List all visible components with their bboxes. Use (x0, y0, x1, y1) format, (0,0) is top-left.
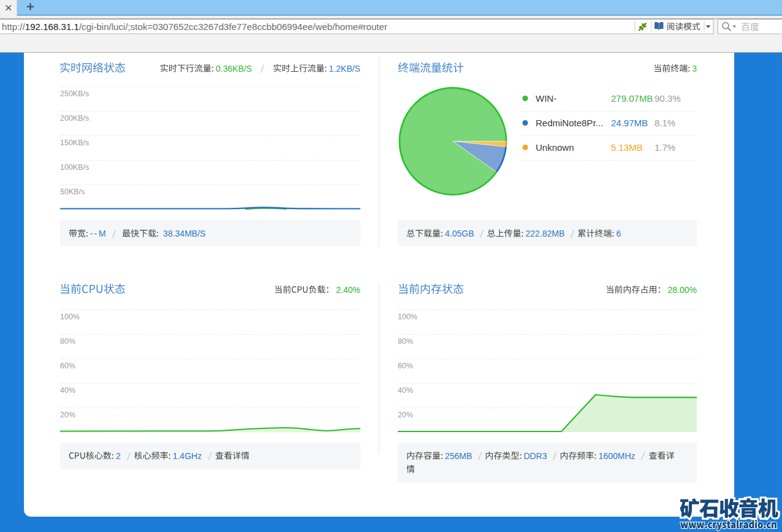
svg-text:1.4GHz: 1.4GHz (173, 451, 202, 461)
svg-text:200KB/s: 200KB/s (60, 114, 89, 123)
svg-text:90.3%: 90.3% (655, 93, 681, 104)
svg-text:1600MHz: 1600MHz (599, 451, 636, 461)
svg-text:0.36KB/S: 0.36KB/S (216, 64, 252, 74)
svg-text:38.34MB/S: 38.34MB/S (163, 229, 205, 238)
svg-text:1.7%: 1.7% (655, 142, 675, 153)
svg-text:150KB/s: 150KB/s (60, 139, 89, 147)
svg-text:192.168.31.1: 192.168.31.1 (25, 21, 79, 32)
svg-text:279.07MB: 279.07MB (611, 93, 653, 104)
svg-text:M: M (99, 229, 106, 238)
svg-text:2.40%: 2.40% (336, 285, 360, 295)
svg-text:1.2KB/S: 1.2KB/S (329, 64, 360, 74)
svg-text:6: 6 (616, 229, 621, 238)
svg-text:24.97MB: 24.97MB (611, 118, 648, 128)
svg-text:-: - (94, 229, 97, 238)
svg-text:2: 2 (116, 451, 121, 461)
svg-text:-: - (90, 229, 93, 238)
svg-text:4.05GB: 4.05GB (445, 229, 474, 238)
svg-text:/cgi-bin/luci/;stok=0307652cc3: /cgi-bin/luci/;stok=0307652cc3267d3fe77e… (79, 21, 387, 32)
svg-text:100KB/s: 100KB/s (60, 163, 89, 172)
svg-text:8.1%: 8.1% (655, 118, 675, 128)
svg-text:222.82MB: 222.82MB (526, 229, 565, 238)
svg-text:60%: 60% (60, 362, 75, 370)
svg-text:WIN-: WIN- (536, 93, 556, 104)
svg-text:80%: 80% (398, 337, 413, 346)
svg-text:40%: 40% (398, 386, 413, 395)
svg-text:5.13MB: 5.13MB (611, 142, 643, 153)
svg-text:RedmiNote8Pr...: RedmiNote8Pr... (536, 118, 603, 128)
svg-text:60%: 60% (398, 362, 413, 370)
svg-text:256MB: 256MB (445, 451, 472, 461)
svg-text:28.00%: 28.00% (668, 285, 697, 295)
svg-text:20%: 20% (398, 411, 413, 419)
svg-text:20%: 20% (60, 411, 75, 419)
svg-text:http://: http:// (2, 21, 26, 32)
svg-text:3: 3 (692, 64, 697, 74)
svg-text:80%: 80% (60, 337, 75, 346)
svg-text:40%: 40% (60, 386, 75, 395)
svg-text:100%: 100% (60, 313, 80, 321)
svg-text:DDR3: DDR3 (523, 451, 547, 461)
svg-text:250KB/s: 250KB/s (60, 89, 89, 98)
svg-text:50KB/s: 50KB/s (60, 188, 85, 196)
svg-text:Unknown: Unknown (536, 142, 574, 153)
svg-text:100%: 100% (398, 313, 417, 321)
